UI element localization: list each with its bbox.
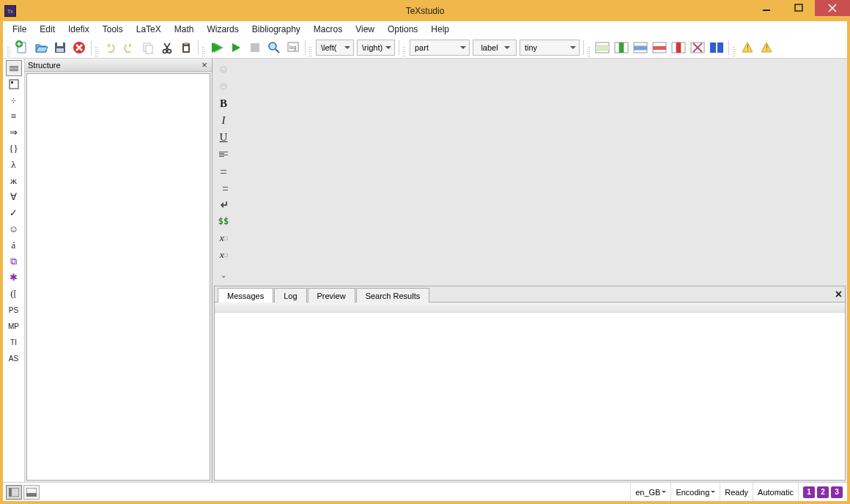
misc-text-icon[interactable]: ☺ — [6, 221, 22, 237]
bookmark-1-button[interactable]: 1 — [803, 486, 815, 498]
expand-toolbar-button[interactable]: ⌄ — [215, 267, 232, 283]
right-delimiter-combo[interactable]: \right) — [357, 40, 395, 56]
tab-log[interactable]: Log — [274, 288, 306, 303]
bookmarks-view-button[interactable] — [6, 76, 22, 92]
align-left-button[interactable] — [215, 146, 232, 162]
cut-button[interactable] — [158, 38, 177, 57]
menu-view[interactable]: View — [349, 23, 381, 36]
structure-view-button[interactable] — [6, 60, 22, 76]
view-pdf-button[interactable] — [265, 38, 284, 57]
operators-icon[interactable]: ÷ — [6, 92, 22, 108]
delimiters-icon[interactable]: {} — [6, 141, 22, 157]
structure-tree[interactable] — [26, 73, 210, 481]
underline-button[interactable]: U — [215, 129, 232, 145]
toggle-messages-panel-button[interactable] — [23, 485, 40, 500]
cyrillic-icon[interactable]: ж — [6, 173, 22, 189]
check-icon[interactable]: ✓ — [6, 205, 22, 221]
most-used-icon[interactable]: ⧉ — [6, 253, 22, 270]
align-center-button[interactable] — [215, 163, 232, 179]
menu-options[interactable]: Options — [381, 23, 424, 36]
toolbar-handle[interactable] — [588, 40, 591, 56]
menu-idefix[interactable]: Idefix — [62, 23, 96, 36]
reference-combo[interactable]: label — [473, 40, 517, 56]
view-log-button[interactable]: log — [284, 38, 303, 57]
paste-button[interactable] — [177, 38, 196, 57]
structure-close-button[interactable]: × — [199, 59, 210, 70]
next-warning-button[interactable]: ! — [757, 38, 776, 57]
next-mark-button[interactable] — [215, 78, 232, 94]
pstricks-icon[interactable]: PS — [6, 302, 22, 318]
close-button[interactable] — [815, 0, 850, 16]
metapost-icon[interactable]: MP — [6, 318, 22, 334]
menu-help[interactable]: Help — [424, 23, 456, 36]
toolbar-handle[interactable] — [7, 40, 11, 56]
inline-math-button[interactable]: $$ — [215, 213, 232, 229]
toolbar-handle[interactable] — [403, 40, 407, 56]
sectioning-combo[interactable]: part — [410, 40, 470, 56]
redo-button[interactable] — [119, 38, 138, 57]
menu-edit[interactable]: Edit — [33, 23, 62, 36]
forall-icon[interactable]: ∀ — [6, 189, 22, 205]
table-paste-col-button[interactable] — [688, 38, 707, 57]
tab-search-results[interactable]: Search Results — [356, 288, 430, 303]
menu-latex[interactable]: LaTeX — [130, 23, 168, 36]
favorites-icon[interactable]: ✱ — [6, 270, 22, 286]
left-delimiter-combo[interactable]: \left( — [316, 40, 354, 56]
toolbar-handle[interactable] — [733, 40, 736, 56]
save-button[interactable] — [51, 38, 70, 57]
table-del-col-button[interactable] — [650, 38, 669, 57]
toolbar-handle[interactable] — [309, 40, 313, 56]
italic-button[interactable]: I — [215, 112, 232, 128]
menu-math[interactable]: Math — [168, 23, 201, 36]
bookmark-2-button[interactable]: 2 — [817, 486, 829, 498]
new-file-button[interactable] — [12, 38, 32, 57]
menu-macros[interactable]: Macros — [307, 23, 349, 36]
prev-mark-button[interactable] — [215, 62, 232, 78]
status-automatic[interactable]: Automatic — [753, 483, 798, 501]
tab-preview[interactable]: Preview — [308, 288, 355, 303]
arrows-icon[interactable]: ⇒ — [6, 125, 22, 141]
table-cut-col-button[interactable] — [669, 38, 688, 57]
table-del-row-button[interactable] — [631, 38, 650, 57]
newline-button[interactable] — [215, 196, 232, 212]
tikz-icon[interactable]: TI — [6, 334, 22, 350]
output-body[interactable] — [215, 313, 845, 480]
table-align-button[interactable] — [707, 38, 726, 57]
align-right-button[interactable] — [215, 179, 232, 196]
fontsize-combo[interactable]: tiny — [520, 40, 580, 56]
greek-icon[interactable]: λ — [6, 157, 22, 173]
stop-compile-button[interactable] — [245, 38, 265, 57]
menu-file[interactable]: File — [6, 23, 33, 36]
editor-canvas[interactable] — [234, 59, 847, 286]
prev-warning-button[interactable]: ! — [738, 38, 757, 57]
toolbar-handle[interactable] — [202, 40, 206, 56]
asymptote-icon[interactable]: AS — [6, 350, 22, 366]
maximize-button[interactable] — [783, 0, 815, 16]
copy-button[interactable] — [138, 38, 158, 57]
status-encoding[interactable]: Encoding — [670, 483, 720, 501]
build-and-view-button[interactable] — [207, 38, 226, 57]
accented-icon[interactable]: á — [6, 237, 22, 253]
toggle-side-panel-button[interactable] — [6, 485, 22, 500]
compile-button[interactable] — [226, 38, 245, 57]
structure-header[interactable]: Structure × — [25, 59, 212, 72]
subscript-button[interactable]: x□ — [215, 230, 232, 246]
menu-tools[interactable]: Tools — [96, 23, 130, 36]
minimize-button[interactable] — [750, 0, 783, 16]
open-file-button[interactable] — [32, 38, 51, 57]
bookmark-3-button[interactable]: 3 — [831, 486, 843, 498]
superscript-button[interactable]: x□ — [215, 247, 232, 263]
toolbar-handle[interactable] — [95, 40, 99, 56]
menu-wizards[interactable]: Wizards — [200, 23, 245, 36]
table-add-col-button[interactable] — [612, 38, 631, 57]
tab-messages[interactable]: Messages — [218, 288, 273, 303]
close-file-button[interactable] — [70, 38, 89, 57]
table-add-row-button[interactable] — [593, 38, 612, 57]
left-brackets-icon[interactable]: ([ — [6, 286, 22, 302]
relations-icon[interactable]: ≡ — [6, 108, 22, 125]
output-close-button[interactable]: × — [835, 288, 842, 301]
status-language[interactable]: en_GB — [630, 483, 670, 501]
undo-button[interactable] — [100, 38, 119, 57]
menu-bibliography[interactable]: Bibliography — [245, 23, 307, 36]
bold-button[interactable]: B — [215, 95, 232, 111]
